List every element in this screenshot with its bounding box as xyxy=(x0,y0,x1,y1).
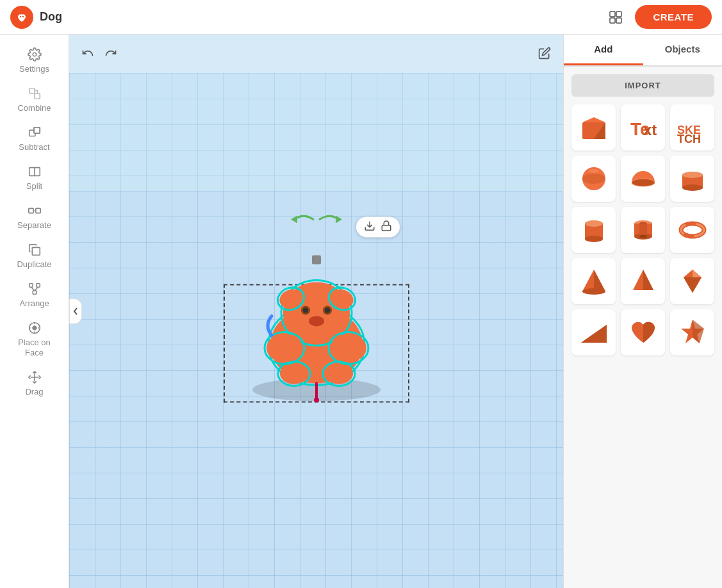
svg-point-65 xyxy=(682,184,703,191)
svg-point-69 xyxy=(585,220,603,227)
svg-marker-88 xyxy=(581,325,607,343)
svg-point-61 xyxy=(589,169,599,173)
tab-add[interactable]: Add xyxy=(564,35,643,65)
sidebar-item-arrange[interactable]: Arrange xyxy=(4,277,65,313)
svg-point-25 xyxy=(33,326,37,330)
sidebar-item-label: Combine xyxy=(17,103,51,113)
import-button[interactable]: IMPORT xyxy=(571,74,714,97)
shape-tube[interactable] xyxy=(621,207,665,253)
svg-rect-16 xyxy=(35,208,40,213)
sidebar-item-label: Drag xyxy=(25,387,43,396)
shape-torus[interactable] xyxy=(670,207,714,253)
header-left: Dog xyxy=(10,6,62,29)
sidebar: Settings Combine Subtract xyxy=(0,35,69,588)
svg-line-22 xyxy=(31,287,35,291)
shape-gem[interactable] xyxy=(670,258,714,304)
sidebar-item-separate[interactable]: Separate xyxy=(4,199,65,235)
create-button[interactable]: CREATE xyxy=(635,5,712,29)
svg-rect-19 xyxy=(29,284,33,288)
svg-text:TCH: TCH xyxy=(677,133,701,144)
tab-objects[interactable]: Objects xyxy=(643,35,723,65)
svg-point-1 xyxy=(20,15,21,17)
grid-view-button[interactable] xyxy=(604,6,627,29)
shapes-grid: Te xt SKE TCH xyxy=(564,104,722,363)
svg-rect-29 xyxy=(382,225,391,231)
svg-rect-4 xyxy=(616,12,621,17)
height-indicator xyxy=(312,255,321,264)
undo-button[interactable] xyxy=(78,44,97,63)
sidebar-item-drag[interactable]: Drag xyxy=(4,365,65,402)
shape-cylinder[interactable] xyxy=(571,207,616,253)
canvas-area[interactable] xyxy=(69,35,563,588)
svg-point-66 xyxy=(682,172,703,178)
sidebar-item-label: Separate xyxy=(17,220,51,230)
svg-point-2 xyxy=(22,15,24,17)
sidebar-item-combine[interactable]: Combine xyxy=(4,81,65,118)
logo-icon xyxy=(10,6,33,29)
object-container xyxy=(220,236,413,415)
svg-marker-85 xyxy=(693,270,701,277)
shape-pyramid[interactable] xyxy=(621,258,665,304)
shape-sketch[interactable]: SKE TCH xyxy=(670,104,714,151)
panel-tabs: Add Objects xyxy=(564,35,722,67)
sidebar-item-label: Settings xyxy=(19,64,49,74)
shape-cone[interactable] xyxy=(571,258,616,304)
sidebar-item-label: Subtract xyxy=(19,142,49,152)
svg-rect-9 xyxy=(35,94,40,99)
svg-point-48 xyxy=(267,334,302,362)
svg-point-50 xyxy=(331,334,366,362)
svg-marker-27 xyxy=(336,215,342,223)
app-title: Dog xyxy=(40,10,62,24)
svg-rect-18 xyxy=(32,247,40,255)
main-layout: Settings Combine Subtract xyxy=(0,35,722,588)
sidebar-item-label: Duplicate xyxy=(17,259,51,269)
collapse-sidebar-button[interactable] xyxy=(69,298,82,324)
svg-rect-20 xyxy=(36,284,40,288)
svg-rect-5 xyxy=(610,18,615,23)
edit-button[interactable] xyxy=(535,44,554,63)
svg-text:xt: xt xyxy=(643,121,657,138)
shape-hemisphere[interactable] xyxy=(621,156,665,202)
svg-rect-3 xyxy=(610,12,615,17)
svg-marker-86 xyxy=(684,277,701,293)
shape-cylinder-flat[interactable] xyxy=(670,156,714,202)
shape-box[interactable] xyxy=(571,104,616,151)
sidebar-item-split[interactable]: Split xyxy=(4,159,65,196)
shape-wedge[interactable] xyxy=(571,309,616,355)
svg-marker-80 xyxy=(594,270,605,291)
header: Dog CREATE xyxy=(0,0,722,35)
sidebar-item-label: Place on Face xyxy=(8,338,61,357)
svg-rect-8 xyxy=(29,88,34,94)
shape-sphere[interactable] xyxy=(571,156,616,202)
lock-button[interactable] xyxy=(381,220,392,234)
sidebar-item-duplicate[interactable]: Duplicate xyxy=(4,238,65,274)
svg-rect-21 xyxy=(33,291,37,295)
svg-point-7 xyxy=(33,53,37,56)
download-button[interactable] xyxy=(364,220,375,234)
right-panel: Add Objects IMPORT Te xt xyxy=(563,35,722,588)
dog-character xyxy=(233,255,400,405)
svg-line-23 xyxy=(35,287,38,291)
svg-point-53 xyxy=(314,397,319,402)
svg-point-60 xyxy=(582,174,605,184)
canvas-edit-toolbar xyxy=(535,44,554,63)
sidebar-item-settings[interactable]: Settings xyxy=(4,42,65,79)
sidebar-item-subtract[interactable]: Subtract xyxy=(4,120,65,157)
sidebar-item-label: Split xyxy=(26,181,42,191)
sidebar-item-label: Arrange xyxy=(19,298,49,308)
svg-rect-11 xyxy=(34,127,40,133)
shape-star[interactable] xyxy=(670,309,714,355)
svg-rect-15 xyxy=(28,208,33,213)
header-right: CREATE xyxy=(604,5,712,29)
shape-heart[interactable] xyxy=(621,309,665,355)
svg-point-68 xyxy=(585,236,603,242)
shape-text[interactable]: Te xt xyxy=(621,104,665,151)
sidebar-item-place-on-face[interactable]: Place on Face xyxy=(4,316,65,363)
redo-button[interactable] xyxy=(101,44,120,63)
object-controls xyxy=(356,216,400,237)
svg-point-40 xyxy=(303,307,308,313)
svg-rect-6 xyxy=(616,18,621,23)
svg-point-46 xyxy=(325,363,353,384)
svg-marker-82 xyxy=(643,270,653,290)
svg-marker-26 xyxy=(291,215,297,223)
